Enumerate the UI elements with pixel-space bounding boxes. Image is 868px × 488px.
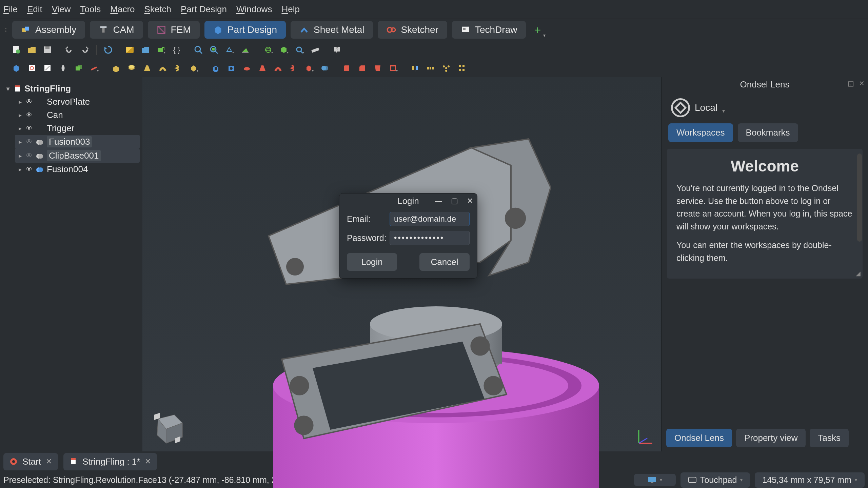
dropdown-icon[interactable]: ▾ bbox=[722, 108, 725, 114]
workbench-assembly[interactable]: Assembly bbox=[12, 21, 85, 39]
collapse-icon[interactable]: ▾ bbox=[5, 85, 11, 93]
visibility-icon[interactable]: 👁 bbox=[26, 152, 33, 160]
dialog-titlebar[interactable]: Login — ▢ ✕ bbox=[339, 194, 477, 208]
loft-button[interactable] bbox=[141, 62, 153, 74]
visibility-icon[interactable]: 👁 bbox=[26, 98, 33, 106]
loft-sub-button[interactable] bbox=[256, 62, 269, 74]
zoom-selection-button[interactable] bbox=[208, 44, 220, 56]
visibility-icon[interactable]: 👁 bbox=[26, 124, 33, 132]
grip-icon[interactable] bbox=[4, 28, 7, 32]
panel-window-buttons[interactable]: ◱ ✕ bbox=[848, 79, 866, 87]
align-view-button[interactable] bbox=[239, 44, 251, 56]
workbench-fem[interactable]: FEM bbox=[148, 21, 200, 39]
menu-sketch[interactable]: Sketch bbox=[144, 4, 172, 15]
menu-edit[interactable]: Edit bbox=[27, 4, 42, 15]
edit-sketch-button[interactable] bbox=[41, 62, 54, 74]
workbench-cam[interactable]: CAM bbox=[90, 21, 143, 39]
multi-transform-button[interactable] bbox=[456, 62, 468, 74]
workbench-sheet-metal[interactable]: Sheet Metal bbox=[291, 21, 373, 39]
menu-windows[interactable]: Windows bbox=[236, 4, 272, 15]
expand-icon[interactable]: ▸ bbox=[17, 166, 23, 173]
workbench-part-design[interactable]: Part Design bbox=[204, 21, 286, 39]
navigation-mode-button[interactable]: Touchpad ▾ bbox=[680, 472, 750, 488]
group-button[interactable] bbox=[139, 44, 152, 56]
revolution-button[interactable] bbox=[125, 62, 138, 74]
expand-icon[interactable]: ▸ bbox=[17, 138, 23, 146]
menu-file[interactable]: File bbox=[3, 4, 18, 15]
new-sketch-button[interactable] bbox=[26, 62, 38, 74]
zoom-fit-button[interactable] bbox=[192, 44, 204, 56]
tree-root[interactable]: ▾ StringFling bbox=[3, 82, 140, 95]
menu-tools[interactable]: Tools bbox=[80, 4, 101, 15]
tab-property-view[interactable]: Property view bbox=[736, 429, 806, 447]
draw-style-button[interactable] bbox=[223, 44, 236, 56]
orbit-style-button[interactable] bbox=[262, 44, 275, 56]
maximize-icon[interactable]: ▢ bbox=[451, 197, 458, 205]
groove-button[interactable] bbox=[241, 62, 253, 74]
tab-tasks[interactable]: Tasks bbox=[810, 429, 848, 447]
resize-handle-icon[interactable]: ◢ bbox=[856, 270, 861, 277]
menu-part-design[interactable]: Part Design bbox=[181, 4, 227, 15]
visibility-icon[interactable]: 👁 bbox=[26, 165, 33, 173]
draft-button[interactable] bbox=[372, 62, 384, 74]
boolean-button[interactable] bbox=[319, 62, 331, 74]
menu-view[interactable]: View bbox=[52, 4, 71, 15]
whats-this-button[interactable]: ? bbox=[331, 44, 343, 56]
tree-item-fusion003[interactable]: ▸ 👁 Fusion003 bbox=[15, 135, 140, 149]
pocket-button[interactable] bbox=[210, 62, 222, 74]
close-icon[interactable]: ✕ bbox=[467, 197, 473, 205]
tree-item-fusion004[interactable]: ▸ 👁 Fusion004 bbox=[15, 163, 140, 176]
doc-tab-start[interactable]: Start ✕ bbox=[3, 453, 58, 470]
refresh-button[interactable] bbox=[102, 44, 114, 56]
datum-button[interactable] bbox=[88, 62, 100, 74]
tab-ondsel-lens[interactable]: Ondsel Lens bbox=[666, 429, 732, 447]
link-button[interactable] bbox=[155, 44, 167, 56]
pad-button[interactable] bbox=[110, 62, 122, 74]
email-field[interactable] bbox=[390, 212, 470, 226]
tab-bookmarks[interactable]: Bookmarks bbox=[738, 123, 798, 142]
sweep-button[interactable] bbox=[157, 62, 169, 74]
tab-workspaces[interactable]: Workspaces bbox=[668, 123, 733, 142]
shape-binder-button[interactable] bbox=[57, 62, 69, 74]
workbench-sketcher[interactable]: Sketcher bbox=[378, 21, 447, 39]
zoom-region-button[interactable] bbox=[294, 44, 306, 56]
visibility-icon[interactable]: 👁 bbox=[26, 111, 33, 119]
linear-pattern-button[interactable] bbox=[425, 62, 437, 74]
save-file-button[interactable] bbox=[41, 44, 54, 56]
tree-item-servoplate[interactable]: ▸ 👁 ServoPlate bbox=[15, 95, 140, 108]
expand-icon[interactable]: ▸ bbox=[17, 111, 23, 119]
undo-button[interactable] bbox=[63, 44, 75, 56]
cancel-button[interactable]: Cancel bbox=[419, 253, 470, 271]
dimensions-display[interactable]: 145,34 mm x 79,57 mm ▾ bbox=[755, 472, 865, 488]
menu-macro[interactable]: Macro bbox=[110, 4, 135, 15]
close-icon[interactable]: ✕ bbox=[46, 457, 52, 466]
navigation-cube[interactable] bbox=[146, 407, 186, 447]
thickness-button[interactable] bbox=[387, 62, 399, 74]
part-button[interactable] bbox=[124, 44, 136, 56]
measure-button[interactable] bbox=[309, 44, 321, 56]
expand-icon[interactable]: ▸ bbox=[17, 152, 23, 160]
clone-button[interactable] bbox=[73, 62, 85, 74]
open-file-button[interactable] bbox=[26, 44, 38, 56]
close-icon[interactable]: ✕ bbox=[145, 457, 151, 466]
add-workbench-button[interactable]: + bbox=[534, 23, 541, 37]
helix-sub-button[interactable] bbox=[288, 62, 300, 74]
additive-primitive-button[interactable] bbox=[188, 62, 200, 74]
tree-item-can[interactable]: ▸ 👁 Can bbox=[15, 108, 140, 122]
password-field[interactable] bbox=[390, 231, 470, 245]
create-body-button[interactable] bbox=[10, 62, 22, 74]
scrollbar[interactable] bbox=[857, 154, 862, 242]
varset-button[interactable]: { } bbox=[171, 44, 183, 56]
expand-icon[interactable]: ▸ bbox=[17, 125, 23, 132]
local-account-row[interactable]: Local ▾ bbox=[662, 92, 868, 123]
helix-button[interactable] bbox=[172, 62, 184, 74]
chamfer-button[interactable] bbox=[356, 62, 368, 74]
mirror-button[interactable] bbox=[409, 62, 421, 74]
minimize-icon[interactable]: — bbox=[435, 197, 442, 205]
tree-item-clipbase001[interactable]: ▸ 👁 ClipBase001 bbox=[15, 149, 140, 163]
tree-item-trigger[interactable]: ▸ 👁 Trigger bbox=[15, 122, 140, 135]
sync-view-button[interactable] bbox=[278, 44, 290, 56]
login-button[interactable]: Login bbox=[347, 253, 397, 271]
expand-icon[interactable]: ▸ bbox=[17, 98, 23, 106]
polar-pattern-button[interactable] bbox=[440, 62, 452, 74]
